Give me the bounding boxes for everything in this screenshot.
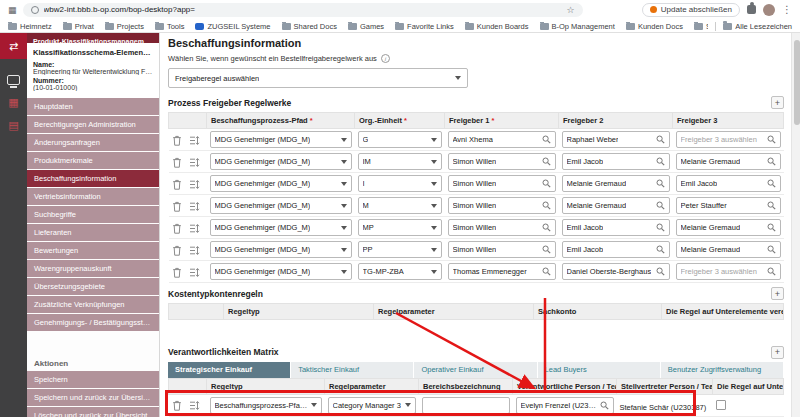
process-path-select[interactable]: MDG Genehmiger (MDG_M) [210, 197, 352, 214]
reorder-row-icon[interactable] [189, 400, 200, 411]
reorder-row-icon[interactable] [189, 267, 200, 278]
search-icon[interactable] [767, 267, 776, 276]
process-path-select[interactable]: MDG Genehmiger (MDG_M) [210, 131, 352, 148]
search-icon[interactable] [542, 179, 551, 188]
search-icon[interactable] [542, 223, 551, 232]
action-button[interactable]: Speichern [27, 371, 159, 388]
approver2-field[interactable]: Emil Jacob [562, 241, 670, 258]
approver3-field[interactable]: Melanie Gremaud [676, 153, 781, 170]
approver1-field[interactable]: Simon Willen [448, 153, 556, 170]
bookmark-item[interactable]: Games [348, 22, 384, 31]
address-bar[interactable]: wbw2-int.bbb.b-op.com/bop-desktop?app= ☆ [23, 3, 583, 17]
add-cost-rule-button[interactable]: + [771, 287, 784, 300]
sidebar-menu-item[interactable]: Suchbegriffe [27, 206, 159, 223]
approver2-field[interactable]: Daniel Oberste-Berghaus [562, 263, 670, 280]
responsible-person-field[interactable]: Evelyn Frenzel (U230160) [516, 397, 614, 414]
inherit-rule-checkbox[interactable] [716, 400, 726, 410]
search-icon[interactable] [656, 223, 665, 232]
process-path-select[interactable]: MDG Genehmiger (MDG_M) [210, 263, 352, 280]
search-icon[interactable] [656, 157, 665, 166]
search-icon[interactable] [656, 179, 665, 188]
approver3-field[interactable]: Peter Stauffer [676, 197, 781, 214]
search-icon[interactable] [542, 245, 551, 254]
delete-row-icon[interactable] [172, 245, 182, 256]
search-icon[interactable] [542, 201, 551, 210]
release-rule-select[interactable]: Freigaberegel auswählen [168, 68, 468, 88]
search-icon[interactable] [656, 245, 665, 254]
search-icon[interactable] [656, 267, 665, 276]
bookmark-item[interactable]: B-Op Management [540, 22, 615, 31]
org-unit-select[interactable]: TG-MP-ZBA [358, 263, 442, 280]
approver2-field[interactable]: Emil Jacob [562, 219, 670, 236]
sidebar-menu-item[interactable]: Warengruppenauskunft [27, 260, 159, 277]
profile-avatar[interactable] [763, 4, 775, 16]
search-icon[interactable] [542, 267, 551, 276]
matrix-tab[interactable]: Benutzer Zugriffsverwaltung [661, 362, 784, 378]
action-button[interactable]: Speichern und zurück zur Übersicht [27, 389, 159, 406]
delete-row-icon[interactable] [172, 135, 182, 146]
bookmark-item[interactable]: Tools [155, 22, 185, 31]
area-name-input[interactable] [422, 397, 510, 414]
search-icon[interactable] [767, 223, 776, 232]
modules-icon[interactable]: ▦ [8, 97, 18, 108]
matrix-tab[interactable]: Taktischer Einkauf [291, 362, 414, 378]
action-button[interactable]: Löschen und zurück zur Übersicht [27, 407, 159, 417]
scrollbar-thumb[interactable] [794, 40, 800, 125]
site-info-icon[interactable] [31, 6, 39, 14]
bookmark-item[interactable]: Shared Docs [282, 22, 337, 31]
all-bookmarks-button[interactable]: Alle Lesezeichen [723, 22, 792, 31]
approver1-field[interactable]: Simon Willen [448, 197, 556, 214]
bookmark-item[interactable]: Heimnetz [8, 22, 52, 31]
approver2-field[interactable]: Melanie Gremaud [562, 197, 670, 214]
sidebar-menu-item[interactable]: Übersetzungsgebiete [27, 278, 159, 295]
matrix-tab[interactable]: Operativer Einkauf [414, 362, 537, 378]
deputy-person-field[interactable]: Stefanie Schär (U230387) [620, 403, 707, 412]
delete-row-icon[interactable] [172, 400, 182, 411]
sidebar-menu-item[interactable]: Änderungsanfragen [27, 134, 159, 151]
sidebar-menu-item[interactable]: Produktmerkmale [27, 152, 159, 169]
search-icon[interactable] [767, 201, 776, 210]
approver1-field[interactable]: Thomas Emmenegger [448, 263, 556, 280]
catalog-icon[interactable]: ▤ [8, 120, 18, 131]
approver1-field[interactable]: Simon Willen [448, 175, 556, 192]
bookmark-item[interactable]: Special APIs [694, 22, 708, 31]
reorder-row-icon[interactable] [189, 157, 200, 168]
sidebar-menu-item[interactable]: Beschaffungsinformation [27, 170, 159, 187]
approver3-field[interactable]: Melanie Gremaud [676, 241, 781, 258]
org-unit-select[interactable]: MP [358, 219, 442, 236]
browser-menu-icon[interactable]: ⋮ [782, 5, 792, 15]
approver3-field[interactable]: Freigeber 3 auswählen [676, 263, 781, 280]
delete-row-icon[interactable] [172, 267, 182, 278]
bookmark-item[interactable]: Privat [63, 22, 94, 31]
sidebar-menu-item[interactable]: Hauptdaten [27, 98, 159, 115]
delete-row-icon[interactable] [172, 157, 182, 168]
search-icon[interactable] [600, 401, 609, 410]
search-icon[interactable] [542, 157, 551, 166]
sidebar-menu-item[interactable]: Berechtigungen Administration [27, 116, 159, 133]
approver3-field[interactable]: Emil Jacob [676, 175, 781, 192]
vertical-scrollbar[interactable] [791, 33, 800, 417]
bookmark-item[interactable]: Favorite Links [395, 22, 454, 31]
delete-row-icon[interactable] [172, 179, 182, 190]
reorder-row-icon[interactable] [189, 135, 200, 146]
org-unit-select[interactable]: G [358, 131, 442, 148]
search-icon[interactable] [656, 201, 665, 210]
reorder-row-icon[interactable] [189, 179, 200, 190]
bookmark-item[interactable]: Projects [105, 22, 144, 31]
sidebar-menu-item[interactable]: Zusätzliche Verknüpfungen [27, 296, 159, 313]
app-logo[interactable]: ⇄ [0, 33, 27, 59]
sidebar-menu-item[interactable]: Vertriebsinformation [27, 188, 159, 205]
delete-row-icon[interactable] [172, 223, 182, 234]
approver3-field[interactable]: Freigeber 3 auswählen [676, 131, 781, 148]
search-icon[interactable] [542, 135, 551, 144]
matrix-tab[interactable]: Strategischer Einkauf [168, 362, 291, 378]
approver2-field[interactable]: Raphael Weber [562, 131, 670, 148]
rule-parameter-select[interactable]: Category Manager 3 [328, 397, 416, 414]
matrix-tab[interactable]: Lead Buyers [538, 362, 661, 378]
approver1-field[interactable]: Simon Willen [448, 219, 556, 236]
rule-type-select[interactable]: Beschaffungsprozess-Pfade Regel [210, 397, 322, 414]
sidebar-menu-item[interactable]: Genehmigungs- / Bestätigungsstrategien [27, 314, 159, 331]
approver1-field[interactable]: Avni Xhema [448, 131, 556, 148]
process-path-select[interactable]: MDG Genehmiger (MDG_M) [210, 241, 352, 258]
bookmark-item[interactable]: Kunden Docs [626, 22, 683, 31]
